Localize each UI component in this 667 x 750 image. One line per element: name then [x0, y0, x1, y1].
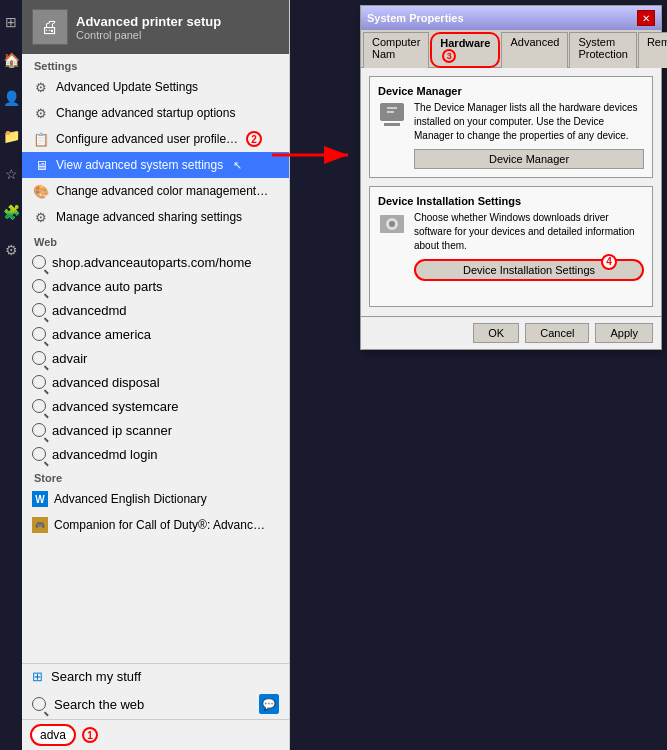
search-query-display[interactable]: adva [30, 724, 76, 746]
menu-advanced-update[interactable]: ⚙ Advanced Update Settings [22, 74, 289, 100]
web-text-1: shop.advanceautoparts.com/home [52, 255, 251, 270]
app-title: Advanced printer setup [76, 14, 221, 29]
tab-system-protection[interactable]: System Protection [569, 32, 637, 68]
menu-advanced-startup[interactable]: ⚙ Change advanced startup options [22, 100, 289, 126]
menu-text-1: Advanced Update Settings [56, 80, 198, 94]
arrow-icon [270, 140, 370, 170]
search-icon-2 [32, 279, 46, 293]
web-text-4: advance america [52, 327, 151, 342]
dialog-title: System Properties [367, 12, 464, 24]
web-item-1[interactable]: shop.advanceautoparts.com/home [22, 250, 289, 274]
taskbar-star-icon[interactable]: ☆ [1, 156, 21, 192]
windows-icon: ⊞ [32, 669, 43, 684]
menu-text-5: Change advanced color management… [56, 184, 268, 198]
settings-icon-5: 🎨 [32, 182, 50, 200]
device-installation-desc: Choose whether Windows downloads driver … [414, 211, 644, 253]
menu-view-system-settings[interactable]: 🖥 View advanced system settings ↖ [22, 152, 289, 178]
bottom-area: ⊞ Search my stuff Search the web 💬 adva … [22, 663, 289, 750]
device-manager-section: Device Manager The Device Manager lists … [369, 76, 653, 178]
taskbar-windows-icon[interactable]: ⊞ [1, 4, 21, 40]
app-header: 🖨 Advanced printer setup Control panel [22, 0, 289, 54]
settings-icon-3: 📋 [32, 130, 50, 148]
web-item-3[interactable]: advancedmd [22, 298, 289, 322]
web-text-7: advanced systemcare [52, 399, 178, 414]
cursor-indicator: ↖ [233, 159, 242, 172]
cancel-button[interactable]: Cancel [525, 323, 589, 343]
apply-button[interactable]: Apply [595, 323, 653, 343]
search-web-label: Search the web [54, 697, 144, 712]
device-installation-section: Device Installation Settings Choose whet… [369, 186, 653, 307]
svg-rect-5 [387, 111, 394, 113]
tabs-row: Computer Nam Hardware 3 Advanced System … [361, 30, 661, 68]
search-web-icon [32, 697, 46, 711]
settings-label: Settings [22, 54, 289, 74]
store-icon-1: W [32, 491, 48, 507]
web-item-8[interactable]: advanced ip scanner [22, 418, 289, 442]
web-text-3: advancedmd [52, 303, 126, 318]
web-item-2[interactable]: advance auto parts [22, 274, 289, 298]
menu-text-4: View advanced system settings [56, 158, 223, 172]
menu-text-2: Change advanced startup options [56, 106, 235, 120]
store-item-2[interactable]: 🎮 Companion for Call of Duty®: Advanc… [22, 512, 289, 538]
search-web-button[interactable]: Search the web 💬 [22, 689, 289, 719]
web-item-4[interactable]: advance america [22, 322, 289, 346]
store-item-1[interactable]: W Advanced English Dictionary [22, 486, 289, 512]
badge-2: 2 [246, 131, 262, 147]
device-installation-icon [378, 211, 406, 239]
store-text-2: Companion for Call of Duty®: Advanc… [54, 518, 265, 532]
web-item-9[interactable]: advancedmd login [22, 442, 289, 466]
web-text-9: advancedmd login [52, 447, 158, 462]
taskbar-user-icon[interactable]: 👤 [1, 80, 21, 116]
web-item-5[interactable]: advair [22, 346, 289, 370]
web-text-8: advanced ip scanner [52, 423, 172, 438]
taskbar: ⊞ 🏠 👤 📁 ☆ 🧩 ⚙ [0, 0, 22, 750]
device-manager-desc: The Device Manager lists all the hardwar… [414, 101, 644, 143]
settings-icon-4: 🖥 [32, 156, 50, 174]
web-label: Web [22, 230, 289, 250]
svg-point-8 [389, 221, 395, 227]
taskbar-home-icon[interactable]: 🏠 [1, 42, 21, 78]
search-my-stuff-label: Search my stuff [51, 669, 141, 684]
web-text-2: advance auto parts [52, 279, 163, 294]
tab-remote[interactable]: Remote [638, 32, 667, 68]
dialog-footer: OK Cancel Apply [361, 316, 661, 349]
menu-text-3: Configure advanced user profile… [56, 132, 238, 146]
taskbar-settings-icon[interactable]: ⚙ [1, 232, 21, 268]
svg-rect-4 [387, 107, 397, 109]
dialog-titlebar: System Properties ✕ [361, 6, 661, 30]
device-manager-button[interactable]: Device Manager [414, 149, 644, 169]
dialog-content: Device Manager The Device Manager lists … [361, 68, 661, 316]
badge-3: 3 [442, 49, 456, 63]
web-item-6[interactable]: advanced disposal [22, 370, 289, 394]
menu-configure-profile[interactable]: 📋 Configure advanced user profile… 2 [22, 126, 289, 152]
settings-icon-2: ⚙ [32, 104, 50, 122]
store-label: Store [22, 466, 289, 486]
search-icon-9 [32, 447, 46, 461]
search-icon-1 [32, 255, 46, 269]
svg-rect-3 [384, 123, 400, 126]
app-icon: 🖨 [32, 9, 68, 45]
search-icon-4 [32, 327, 46, 341]
search-icon-7 [32, 399, 46, 413]
system-properties-dialog: System Properties ✕ Computer Nam Hardwar… [360, 5, 662, 350]
companion-icon: 🎮 [32, 517, 48, 533]
tab-hardware[interactable]: Hardware 3 [430, 32, 500, 68]
device-installation-title: Device Installation Settings [378, 195, 644, 207]
start-menu: 🖨 Advanced printer setup Control panel S… [22, 0, 290, 750]
search-my-stuff-button[interactable]: ⊞ Search my stuff [22, 664, 289, 689]
menu-sharing-settings[interactable]: ⚙ Manage advanced sharing settings [22, 204, 289, 230]
dialog-close-button[interactable]: ✕ [637, 10, 655, 26]
ok-button[interactable]: OK [473, 323, 519, 343]
taskbar-folder-icon[interactable]: 📁 [1, 118, 21, 154]
chat-icon: 💬 [259, 694, 279, 714]
menu-color-management[interactable]: 🎨 Change advanced color management… [22, 178, 289, 204]
web-text-5: advair [52, 351, 87, 366]
tab-advanced[interactable]: Advanced [501, 32, 568, 68]
tab-computer-name[interactable]: Computer Nam [363, 32, 429, 68]
device-manager-title: Device Manager [378, 85, 644, 97]
web-item-7[interactable]: advanced systemcare [22, 394, 289, 418]
taskbar-puzzle-icon[interactable]: 🧩 [1, 194, 21, 230]
device-manager-icon [378, 101, 406, 129]
web-section: shop.advanceautoparts.com/home advance a… [22, 250, 289, 466]
search-icon-8 [32, 423, 46, 437]
